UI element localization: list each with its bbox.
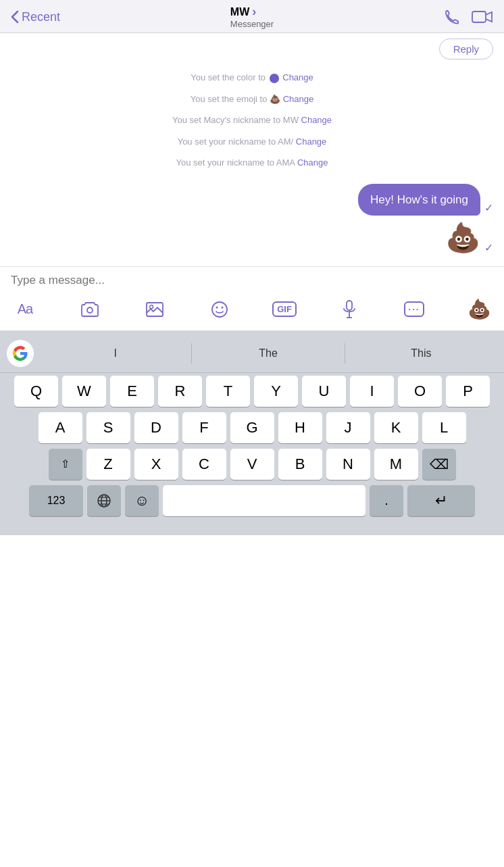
header-center: MW › Messenger	[230, 5, 274, 29]
globe-key[interactable]	[87, 485, 121, 516]
globe-icon	[97, 493, 111, 508]
shift-key[interactable]: ⇧	[49, 449, 82, 480]
svg-point-4	[212, 302, 227, 317]
poop-emoji-button[interactable]: 💩	[465, 295, 493, 324]
svg-point-6	[222, 306, 224, 308]
key-g[interactable]: G	[230, 412, 274, 443]
change-macy-nickname-link[interactable]: Change	[301, 115, 332, 125]
phone-icon[interactable]	[443, 8, 461, 26]
key-s[interactable]: S	[86, 412, 130, 443]
key-m[interactable]: M	[374, 449, 418, 480]
message-toolbar: Aa GIF ··· 💩	[0, 293, 504, 330]
key-p[interactable]: P	[446, 376, 490, 407]
message-row-emoji: 💩 ✓	[11, 221, 493, 255]
key-i[interactable]: I	[350, 376, 394, 407]
key-c[interactable]: C	[182, 449, 226, 480]
mic-icon	[343, 300, 356, 319]
key-j[interactable]: J	[326, 412, 370, 443]
suggestion-the[interactable]: The	[192, 347, 344, 360]
key-f[interactable]: F	[182, 412, 226, 443]
camera-button[interactable]	[76, 295, 104, 324]
back-icon	[11, 10, 19, 24]
video-icon[interactable]	[472, 9, 493, 24]
gif-button[interactable]: GIF	[270, 295, 299, 324]
key-row-4: 123 ☺ . ↵	[3, 485, 501, 516]
camera-icon	[80, 301, 99, 318]
svg-rect-0	[472, 11, 486, 22]
svg-point-5	[216, 306, 218, 308]
keyboard-suggestions: I The This	[0, 336, 504, 373]
key-u[interactable]: U	[302, 376, 346, 407]
aa-button[interactable]: Aa	[11, 295, 39, 324]
key-h[interactable]: H	[278, 412, 322, 443]
reply-button[interactable]: Reply	[439, 39, 493, 59]
google-icon	[12, 345, 28, 362]
key-row-3: ⇧ Z X C V B N M ⌫	[3, 449, 501, 480]
header-actions	[443, 8, 493, 26]
google-button[interactable]	[7, 340, 34, 367]
key-y[interactable]: Y	[254, 376, 298, 407]
color-dot	[270, 74, 279, 83]
system-msg-emoji: You set the emoji to 💩 Change	[11, 89, 493, 109]
photo-button[interactable]	[141, 295, 169, 324]
key-l[interactable]: L	[422, 412, 466, 443]
svg-rect-7	[347, 301, 352, 310]
key-d[interactable]: D	[134, 412, 178, 443]
reply-bar: Reply	[0, 33, 504, 68]
header: Recent MW › Messenger	[0, 0, 504, 33]
photo-icon	[145, 301, 164, 318]
message-row: Hey! How's it going ✓	[11, 184, 493, 216]
back-button[interactable]: Recent	[11, 10, 60, 24]
mic-button[interactable]	[335, 295, 363, 324]
key-z[interactable]: Z	[86, 449, 130, 480]
change-your-nickname-1-link[interactable]: Change	[296, 137, 327, 147]
key-t[interactable]: T	[206, 376, 250, 407]
system-msg-color: You set the color to Change	[11, 68, 493, 88]
message-input[interactable]	[11, 274, 493, 287]
return-key[interactable]: ↵	[407, 485, 475, 516]
message-bubble-text: Hey! How's it going	[358, 184, 480, 216]
back-label: Recent	[22, 10, 60, 24]
messages-container: Hey! How's it going ✓ 💩 ✓	[0, 173, 504, 261]
key-n[interactable]: N	[326, 449, 370, 480]
delete-key[interactable]: ⌫	[422, 449, 456, 480]
system-msg-your-nickname-2: You set your nickname to AMA Change	[11, 153, 493, 173]
space-key[interactable]	[163, 485, 366, 516]
key-b[interactable]: B	[278, 449, 322, 480]
key-v[interactable]: V	[230, 449, 274, 480]
key-q[interactable]: Q	[14, 376, 58, 407]
key-a[interactable]: A	[39, 412, 82, 443]
key-w[interactable]: W	[62, 376, 106, 407]
key-row-1: Q W E R T Y U I O P	[3, 376, 501, 407]
header-subtitle: Messenger	[230, 19, 274, 29]
change-color-link[interactable]: Change	[282, 72, 313, 82]
suggestion-this[interactable]: This	[345, 347, 497, 360]
emoji-button[interactable]	[205, 295, 234, 324]
read-receipt-icon: ✓	[484, 201, 493, 214]
more-button[interactable]: ···	[400, 295, 428, 324]
numbers-key[interactable]: 123	[29, 485, 83, 516]
key-e[interactable]: E	[110, 376, 154, 407]
header-title[interactable]: MW ›	[230, 5, 274, 19]
key-k[interactable]: K	[374, 412, 418, 443]
message-bubble-emoji: 💩	[445, 221, 480, 255]
system-msg-your-nickname-1: You set your nickname to AM/ Change	[11, 132, 493, 152]
suggestion-i[interactable]: I	[39, 347, 191, 360]
period-key[interactable]: .	[370, 485, 403, 516]
svg-point-3	[150, 305, 153, 308]
svg-point-1	[87, 307, 93, 313]
key-r[interactable]: R	[158, 376, 202, 407]
suggestion-items: I The This	[39, 343, 497, 364]
read-receipt-icon-2: ✓	[484, 241, 493, 254]
change-your-nickname-2-link[interactable]: Change	[297, 157, 328, 168]
key-x[interactable]: X	[134, 449, 178, 480]
key-row-2: A S D F G H J K L	[3, 412, 501, 443]
key-o[interactable]: O	[398, 376, 442, 407]
system-msg-macy-nickname: You set Macy's nickname to MW Change	[11, 110, 493, 130]
keyboard-bottom	[0, 522, 504, 535]
system-messages: You set the color to Change You set the …	[0, 68, 504, 173]
change-emoji-link[interactable]: Change	[283, 94, 314, 104]
emoji-icon	[211, 301, 228, 318]
emoji-key[interactable]: ☺	[125, 485, 159, 516]
keyboard: I The This Q W E R T Y U I O P A S D F G	[0, 330, 504, 535]
